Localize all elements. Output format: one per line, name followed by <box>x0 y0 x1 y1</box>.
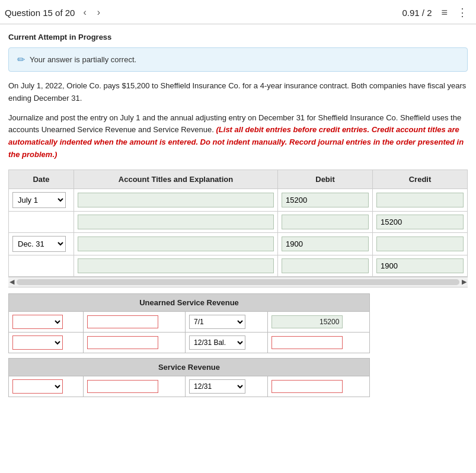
more-options-button[interactable]: ⋮ <box>457 6 468 19</box>
col-account: Account Titles and Explanation <box>74 170 278 188</box>
ledger-service-header: Service Revenue <box>9 358 370 376</box>
ledger-srv-left-select[interactable] <box>12 379 63 394</box>
main-content: Current Attempt in Progress ✏ Your answe… <box>0 24 476 397</box>
ledger-srv-mid-select[interactable]: 12/31 <box>189 379 245 394</box>
header-right: 0.91 / 2 ≡ ⋮ <box>402 6 468 19</box>
acct-cell-1 <box>74 188 278 211</box>
ledger-srv-left-date <box>9 376 84 397</box>
credit-input-2[interactable] <box>376 215 464 229</box>
attempt-label: Current Attempt in Progress <box>8 33 468 41</box>
date-cell-2 <box>9 211 74 232</box>
journal-row-1: July 1 <box>9 188 468 211</box>
ledger-left-select-1[interactable] <box>12 315 63 329</box>
date-cell-3: Dec. 31 <box>9 232 74 255</box>
partial-notice-text: Your answer is partially correct. <box>30 55 136 64</box>
acct-cell-2 <box>74 211 278 232</box>
debit-input-2[interactable] <box>282 215 369 229</box>
debit-cell-2 <box>278 211 373 232</box>
ledger-left-select-2[interactable] <box>12 335 63 350</box>
ledger-left-input-1[interactable] <box>87 315 158 328</box>
acct-cell-3 <box>74 232 278 255</box>
ledger-left-input-2[interactable] <box>87 336 158 349</box>
partial-notice-banner: ✏ Your answer is partially correct. <box>8 47 468 72</box>
instructions-text: Journalize and post the entry on July 1 … <box>8 112 468 161</box>
credit-input-3[interactable] <box>376 237 464 251</box>
ledger-unearned-table: Unearned Service Revenue 7/1 <box>8 293 370 353</box>
credit-input-4[interactable] <box>376 258 464 273</box>
acct-input-3[interactable] <box>78 237 274 251</box>
ledger-unearned-row-1: 7/1 15200 <box>9 311 370 332</box>
col-date: Date <box>9 170 74 188</box>
ledger-left-amount-1 <box>84 311 186 332</box>
scroll-left-arrow[interactable]: ◀ <box>9 278 14 286</box>
debit-cell-3 <box>278 232 373 255</box>
ledger-mid-select-1[interactable]: 7/1 <box>189 315 245 329</box>
list-icon-button[interactable]: ≡ <box>441 7 448 19</box>
acct-input-1[interactable] <box>78 193 274 207</box>
question-label: Question 15 of 20 <box>5 8 75 18</box>
ledger-unearned-header: Unearned Service Revenue <box>9 293 370 311</box>
acct-input-4[interactable] <box>78 258 274 273</box>
date-select-1[interactable]: July 1 <box>12 192 66 208</box>
ledger-right-input-2 <box>268 332 370 353</box>
scroll-track[interactable] <box>17 279 459 285</box>
acct-cell-4 <box>74 255 278 276</box>
ledger-mid-date-2: 12/31 Bal. <box>186 332 268 353</box>
ledger-srv-right-input <box>268 376 370 397</box>
journal-row-2 <box>9 211 468 232</box>
ledger-srv-mid-date: 12/31 <box>186 376 268 397</box>
credit-input-1[interactable] <box>376 193 464 207</box>
score-display: 0.91 / 2 <box>402 8 432 18</box>
journal-table: Date Account Titles and Explanation Debi… <box>8 170 468 277</box>
ledger-section: Unearned Service Revenue 7/1 <box>8 293 468 397</box>
ledger-srv-left-input[interactable] <box>87 380 158 393</box>
debit-input-3[interactable] <box>282 237 369 251</box>
ledger-right-field-2[interactable] <box>271 336 343 349</box>
col-credit: Credit <box>373 170 468 188</box>
col-debit: Debit <box>278 170 373 188</box>
ledger-unearned-row-2: 12/31 Bal. <box>9 332 370 353</box>
ledger-srv-left-amount <box>84 376 186 397</box>
pencil-icon: ✏ <box>17 54 25 65</box>
journal-row-4 <box>9 255 468 276</box>
date-cell-4 <box>9 255 74 276</box>
debit-input-4[interactable] <box>282 258 369 273</box>
credit-cell-1 <box>373 188 468 211</box>
date-select-3[interactable]: Dec. 31 <box>12 236 66 252</box>
credit-cell-2 <box>373 211 468 232</box>
header-left: Question 15 of 20 ‹ › <box>5 6 103 19</box>
page-header: Question 15 of 20 ‹ › 0.91 / 2 ≡ ⋮ <box>0 0 476 24</box>
credit-cell-3 <box>373 232 468 255</box>
problem-text: On July 1, 2022, Oriole Co. pays $15,200… <box>8 80 468 105</box>
prev-question-button[interactable]: ‹ <box>81 6 88 19</box>
ledger-service-row-1: 12/31 <box>9 376 370 397</box>
ledger-mid-select-2[interactable]: 12/31 Bal. <box>189 335 245 350</box>
next-question-button[interactable]: › <box>95 6 103 19</box>
date-cell-1: July 1 <box>9 188 74 211</box>
ledger-left-amount-2 <box>84 332 186 353</box>
ledger-left-date-1 <box>9 311 84 332</box>
credit-cell-4 <box>373 255 468 276</box>
ledger-mid-value-1: 15200 <box>268 311 370 332</box>
ledger-mid-date-1: 7/1 <box>186 311 268 332</box>
journal-row-3: Dec. 31 <box>9 232 468 255</box>
ledger-value-display-1: 15200 <box>271 315 343 328</box>
ledger-srv-right-field[interactable] <box>271 380 343 393</box>
scroll-right-arrow[interactable]: ▶ <box>462 278 467 286</box>
acct-input-2[interactable] <box>78 215 274 229</box>
horizontal-scrollbar[interactable]: ◀ ▶ <box>8 277 468 287</box>
ledger-left-date-2 <box>9 332 84 353</box>
ledger-service-table: Service Revenue 12/31 <box>8 358 370 397</box>
debit-cell-1 <box>278 188 373 211</box>
debit-input-1[interactable] <box>282 193 369 207</box>
debit-cell-4 <box>278 255 373 276</box>
